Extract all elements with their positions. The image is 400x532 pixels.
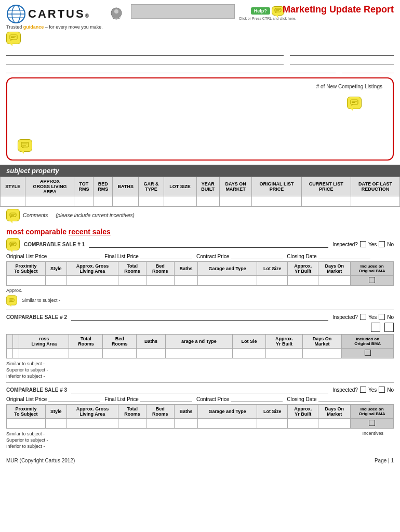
comp1-cell-garage[interactable] [198,276,257,286]
comp1-cell-lot[interactable] [257,276,287,286]
comp2-cell-yr[interactable] [266,349,303,358]
comp1-contract-input[interactable] [231,252,283,259]
comp1-name-line[interactable] [89,241,328,248]
comments-placeholder: (please include current incentives) [56,212,135,218]
field-line-3[interactable] [6,57,284,64]
chat-bubble-comments[interactable] [6,209,20,221]
help-button[interactable]: Help? [251,7,270,15]
comp2-large-checkbox-2[interactable] [384,323,394,332]
comp3-col-included: Included onOriginal BMA [351,405,394,419]
svg-rect-5 [10,35,17,39]
section-title-comparable: most comparable recent sales [0,223,400,238]
cell-baths[interactable] [113,196,139,207]
comp2-cell-baths[interactable] [137,349,165,358]
field-line-4[interactable] [290,57,394,64]
comp3-cell-style[interactable] [45,419,66,429]
comp1-orig-price-input[interactable] [48,252,100,259]
comp3-cell-proximity[interactable] [7,419,46,429]
cell-gar-type[interactable] [139,196,164,207]
logo-text: CARTUS® [28,7,90,21]
comp1-closing-input[interactable] [318,252,370,259]
comp3-cell-yr[interactable] [288,419,318,429]
field-line-1[interactable] [6,48,284,56]
subject-data-row[interactable] [1,196,400,207]
comp3-included-checkbox[interactable] [369,420,375,426]
comp3-cell-total[interactable] [118,419,146,429]
chat-bubble-logo[interactable] [6,32,21,44]
comp3-closing-input[interactable] [318,395,370,402]
comp3-cell-lot[interactable] [257,419,287,429]
comp2-cell-total[interactable] [69,349,103,358]
comp2-cell-1[interactable] [7,349,13,358]
divider-2 [6,382,394,383]
comp2-cell-bed[interactable] [103,349,137,358]
comp1-cell-days[interactable] [318,276,351,286]
cell-year-built[interactable] [196,196,219,207]
comp1-final-price-field: Final List Price [104,252,192,259]
comp1-cell-style[interactable] [45,276,66,286]
comp2-col-bed: BedRooms [103,335,137,349]
comp3-cell-included[interactable] [351,419,394,429]
comp3-contract-input[interactable] [231,395,283,402]
comp1-yes-checkbox[interactable] [360,241,366,247]
comp2-large-checkbox-1[interactable] [371,323,380,332]
comp3-inspected-label: Inspected? [332,387,358,393]
comp2-cell-gross[interactable] [19,349,69,358]
comp3-name-line[interactable] [71,386,328,393]
cell-curr-list[interactable] [301,196,351,207]
chat-bubble-comp1[interactable] [6,238,20,250]
comp3-col-baths: Baths [174,405,198,419]
comp3-orig-input[interactable] [48,395,100,402]
field-line-6-red[interactable] [342,66,394,73]
comp1-no-checkbox[interactable] [379,241,385,247]
chat-bubble-competing[interactable] [347,97,362,109]
comp1-cell-gross[interactable] [66,276,118,286]
comp3-price-row: Original List Price Final List Price Con… [6,395,394,402]
comp1-cell-proximity[interactable] [7,276,46,286]
cell-last-reduction[interactable] [351,196,399,207]
comp2-name-line[interactable] [71,313,328,321]
comp2-data-row[interactable] [7,349,394,358]
comp2-cell-lot[interactable] [233,349,266,358]
comp3-final-input[interactable] [140,395,192,402]
comp2-no-checkbox[interactable] [379,314,385,320]
subject-property-table-wrapper: STYLE APPROXGROSS LIVINGAREA TOTRMS BEDR… [0,177,400,207]
cell-days-market[interactable] [219,196,252,207]
comp3-cell-baths[interactable] [174,419,198,429]
cell-orig-list[interactable] [252,196,301,207]
cell-lot-size[interactable] [164,196,196,207]
cell-tot-rms[interactable] [74,196,94,207]
comp3-cell-garage[interactable] [198,419,257,429]
comp3-cell-bed[interactable] [146,419,174,429]
comp3-cell-gross[interactable] [66,419,118,429]
comp3-no-checkbox[interactable] [379,387,385,393]
field-line-5[interactable] [6,66,336,73]
comp1-table: ProximityTo Subject Style Approx. GrossL… [6,261,394,286]
comp3-data-row[interactable] [7,419,394,429]
chat-bubble-comp1-similar[interactable] [6,295,17,305]
comp2-cell-included[interactable] [342,349,394,358]
comp2-no-label: No [387,314,394,320]
comp1-final-price-input[interactable] [140,252,192,259]
comp1-col-proximity: ProximityTo Subject [7,262,46,276]
comp2-cell-2[interactable] [13,349,19,358]
comp2-yes-checkbox[interactable] [360,314,366,320]
comp1-yes-label: Yes [368,242,377,247]
field-line-2[interactable] [290,48,394,56]
comp1-included-checkbox[interactable] [369,277,375,283]
comp2-cell-garage[interactable] [165,349,232,358]
comp1-cell-total-rooms[interactable] [118,276,146,286]
comp1-cell-yr-built[interactable] [288,276,318,286]
comp1-cell-bed[interactable] [146,276,174,286]
cell-bed-rms[interactable] [94,196,113,207]
cell-gross-living[interactable] [25,196,74,207]
comp2-cell-days[interactable] [302,349,341,358]
comp3-cell-days[interactable] [318,419,351,429]
comp3-yes-checkbox[interactable] [360,387,366,393]
chat-bubble-box-bottom[interactable] [18,139,32,152]
comp1-cell-included[interactable] [351,276,394,286]
comp2-included-checkbox[interactable] [365,350,371,356]
comp1-data-row[interactable] [7,276,394,286]
cell-style[interactable] [1,196,25,207]
comp1-cell-baths[interactable] [174,276,198,286]
